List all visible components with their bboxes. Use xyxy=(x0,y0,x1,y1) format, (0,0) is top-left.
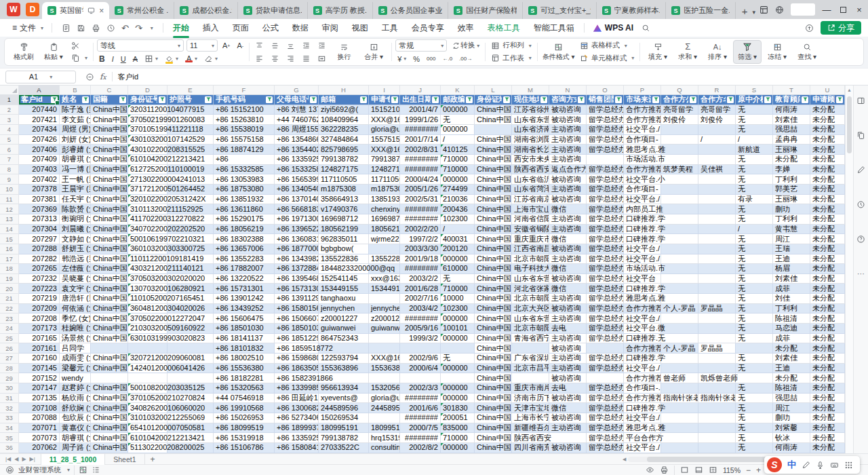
cell[interactable]: 207145 xyxy=(19,364,60,374)
cell[interactable]: 无 xyxy=(736,214,773,225)
cell[interactable]: 留学总经办 xyxy=(587,413,624,423)
cell[interactable]: 钦冰 xyxy=(773,433,810,443)
bold-button[interactable]: B xyxy=(97,53,107,64)
cell[interactable] xyxy=(369,334,400,344)
menu-tab[interactable]: 工具 xyxy=(375,21,405,35)
add-sheet-button[interactable]: + xyxy=(145,455,161,464)
cell[interactable]: China中国 xyxy=(91,423,128,434)
cell[interactable]: 301830 xyxy=(441,403,475,413)
cell[interactable]: 社交平台 xyxy=(624,274,661,284)
cell[interactable]: 主动咨询 xyxy=(549,214,587,225)
row-number[interactable]: 1 xyxy=(0,95,19,105)
cell[interactable]: 000000 xyxy=(441,314,475,324)
cell[interactable] xyxy=(661,214,698,225)
cell-grid[interactable]: ABCDEFGHIJKLMNOPQRSTU1客户id姓名国籍身份证号护照号手机号… xyxy=(0,86,845,453)
column-header-P[interactable]: P xyxy=(624,86,661,95)
cell[interactable]: 无 xyxy=(736,354,773,364)
cell[interactable] xyxy=(167,343,214,354)
cell[interactable]: +86 15152100 xyxy=(214,105,275,115)
row-number[interactable]: 9 xyxy=(0,174,19,185)
cell[interactable]: 雅思考点.雅 xyxy=(624,294,661,304)
cell[interactable]: 陈歆赟 (女 xyxy=(60,204,91,214)
freeze-panes-button[interactable]: 冻结 ▾ xyxy=(763,40,791,64)
file-tab[interactable]: S高学历 教授.xlsx xyxy=(308,2,373,19)
cell[interactable]: 117110505 xyxy=(319,174,369,185)
column-header-H[interactable]: H xyxy=(319,86,369,95)
cell[interactable]: 刘俊伶 xyxy=(698,115,736,125)
cell[interactable]: tanghaoxu xyxy=(319,294,369,304)
cell[interactable]: 799138782 xyxy=(319,155,369,165)
cell[interactable]: +86 13611860 xyxy=(214,204,275,214)
file-tab[interactable]: S宁夏教师样本.xlsx xyxy=(597,2,667,19)
cell[interactable]: 207209 xyxy=(19,304,60,314)
cell[interactable]: 207147 xyxy=(19,383,60,394)
cell[interactable]: 无 xyxy=(736,383,773,394)
cell[interactable]: 360103200303300725 xyxy=(128,244,167,254)
cell[interactable]: 未分配 xyxy=(810,274,845,284)
zoom-in-button[interactable]: + xyxy=(756,466,761,475)
cell[interactable]: 周煜 (男) xyxy=(60,125,91,135)
menu-tab[interactable]: 审阅 xyxy=(315,21,345,35)
cell[interactable]: 未分配 xyxy=(810,125,845,135)
cell[interactable]: 362228235 xyxy=(319,125,369,135)
cell[interactable]: 彭睿婧 (女 xyxy=(60,145,91,155)
globe-icon[interactable] xyxy=(775,5,784,14)
cell[interactable] xyxy=(698,383,736,394)
cell[interactable]: 2000/4/24 xyxy=(400,174,441,185)
switch-layout-icon[interactable] xyxy=(760,5,768,14)
cell[interactable]: 陈祖清 xyxy=(773,383,810,394)
cell[interactable]: 207165 xyxy=(19,334,60,344)
cell[interactable]: 207440 xyxy=(19,105,60,115)
cell[interactable]: 108409964 xyxy=(319,115,369,125)
table-header-cell[interactable]: 客户id xyxy=(19,95,60,105)
cell[interactable]: 无 xyxy=(736,314,773,324)
file-tab[interactable]: S成都公积金.xlsx xyxy=(174,2,238,19)
cell[interactable]: ziyi5692@( xyxy=(319,105,369,115)
cell[interactable]: 无 xyxy=(736,394,773,404)
cell[interactable]: 210303200509160922 xyxy=(128,324,167,334)
cell[interactable]: 郭美艺 xyxy=(773,185,810,195)
cell[interactable]: 市场活动.市 xyxy=(624,155,661,165)
select-all-corner[interactable] xyxy=(0,86,19,95)
font-name-select[interactable]: 等线▾ xyxy=(97,39,184,52)
cell[interactable]: +86 1300682663 xyxy=(275,403,319,413)
cell[interactable] xyxy=(512,373,549,383)
cell[interactable]: 口碑推荐.学 xyxy=(624,354,661,364)
cell[interactable]: +86 13901242 xyxy=(214,294,275,304)
cell[interactable] xyxy=(698,155,736,165)
cell[interactable]: +86 1335925706 xyxy=(275,433,319,443)
column-header-Q[interactable]: Q xyxy=(661,86,698,95)
cell[interactable]: +86 15731301 xyxy=(214,284,275,294)
cell[interactable]: gloria@uk xyxy=(369,394,400,404)
cell[interactable]: 微信 xyxy=(549,264,587,274)
italic-button[interactable]: I xyxy=(110,53,116,64)
tab-list-chevron-icon[interactable]: ▾ xyxy=(752,9,760,19)
borders-button[interactable]: ▾ xyxy=(142,53,160,64)
column-header-A[interactable]: A xyxy=(19,86,60,95)
cell[interactable] xyxy=(698,284,736,294)
cell[interactable]: 612725200110100019 xyxy=(128,165,167,175)
cell[interactable]: 被动咨询 xyxy=(549,373,587,383)
cell[interactable] xyxy=(698,413,736,423)
cell[interactable]: China中国 xyxy=(475,413,512,423)
cell[interactable]: 梁馨元 (女 xyxy=(60,364,91,374)
menu-tab[interactable]: 智能工具箱 xyxy=(527,21,581,35)
cell[interactable]: 无 xyxy=(441,274,475,284)
cell[interactable]: 留学总经办 xyxy=(587,105,624,115)
cell[interactable]: China中国 xyxy=(91,135,128,145)
cell[interactable]: 142401200006041426 xyxy=(128,364,167,374)
cell[interactable]: 微信 xyxy=(549,403,587,413)
cell[interactable]: China中国 xyxy=(475,115,512,125)
cell[interactable]: +86 xyxy=(214,155,275,165)
cell[interactable]: China中国 xyxy=(475,204,512,214)
cell[interactable]: 2002/2/20 xyxy=(400,225,441,235)
cell[interactable]: 151521001 xyxy=(369,105,400,115)
cell[interactable]: 370502200012272047 xyxy=(128,314,167,324)
cell[interactable]: 358664913 xyxy=(319,195,369,205)
cell[interactable]: 未分配 xyxy=(810,135,845,145)
cell[interactable] xyxy=(661,135,698,145)
cell[interactable] xyxy=(698,433,736,443)
cell[interactable]: +86 刘慧 137052 xyxy=(275,105,319,115)
filter-dropdown-icon[interactable] xyxy=(652,96,659,103)
file-menu[interactable]: ≡ 文件 ▾ xyxy=(7,22,49,34)
